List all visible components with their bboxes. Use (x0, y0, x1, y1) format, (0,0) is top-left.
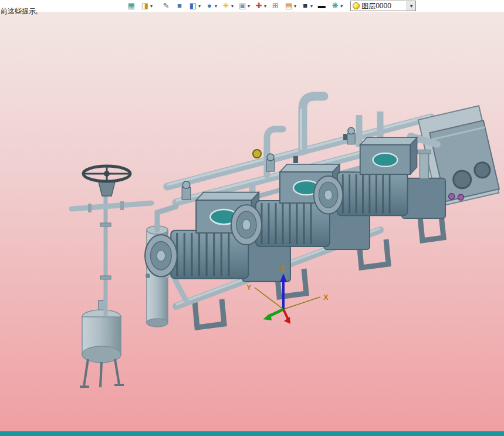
cad-application-window: ▦ ◨ ✎ ■ ◧ ● ✳ ▣ ✚ ⊞ ▤ ■ ▬ ❋ 图层0000 ▼ 前这些… (0, 0, 504, 436)
z-axis-label: Z (280, 265, 285, 273)
render-mode-icon: ◨ (140, 1, 150, 11)
pattern-tool-button[interactable]: ✳ (220, 0, 235, 12)
chevron-down-icon[interactable]: ▼ (407, 1, 415, 11)
line-width-icon: ▬ (317, 1, 326, 11)
layer-combobox[interactable]: 图层0000 ▼ (350, 1, 416, 11)
insert-block-tool-button[interactable]: ▣ (236, 0, 251, 12)
material-cylinder-icon: ■ (300, 1, 310, 11)
3d-model-scene: X Y Z (0, 0, 504, 436)
texture-tool-button[interactable]: ❋ (329, 0, 344, 12)
extrude-cube-icon: ◧ (188, 1, 198, 11)
texture-swirl-icon: ❋ (330, 1, 340, 11)
solid-box-tool-button[interactable]: ■ (174, 0, 185, 12)
section-plane-icon: ▤ (284, 1, 293, 11)
main-toolbar: ▦ ◨ ✎ ■ ◧ ● ✳ ▣ ✚ ⊞ ▤ ■ ▬ ❋ 图层0000 ▼ (0, 0, 504, 12)
data-grid-icon: ▦ (127, 1, 136, 11)
revolve-tool-button[interactable]: ● (204, 0, 218, 12)
y-axis-label: Y (246, 283, 252, 292)
view-window-tool-button[interactable]: ⊞ (269, 0, 281, 12)
bottom-status-strip (0, 431, 504, 436)
handwheel-valve (72, 166, 151, 316)
section-tool-button[interactable]: ▤ (283, 0, 297, 12)
sketch-tool-button[interactable]: ✎ (160, 0, 172, 12)
extrude-tool-button[interactable]: ◧ (187, 0, 202, 12)
small-valve (293, 156, 298, 163)
render-mode-tool-button[interactable]: ◨ (139, 0, 154, 12)
material-tool-button[interactable]: ■ (299, 0, 314, 12)
block-icon: ▣ (238, 1, 247, 11)
lightbulb-icon (353, 2, 360, 9)
pattern-wheel-icon: ✳ (221, 1, 231, 11)
x-axis-label: X (323, 293, 329, 302)
box-icon: ■ (175, 1, 184, 11)
data-grid-tool-button[interactable]: ▦ (126, 0, 137, 12)
line-width-tool-button[interactable]: ▬ (316, 0, 327, 12)
move-tool-button[interactable]: ✚ (253, 0, 268, 12)
layer-combobox-value: 图层0000 (361, 1, 407, 11)
move-cross-icon: ✚ (254, 1, 263, 11)
receiver-tank (80, 300, 124, 387)
sphere-icon: ● (205, 1, 214, 11)
valve-actuator (253, 150, 261, 158)
window-icon: ⊞ (270, 1, 280, 11)
hint-text: 前这些提示, (1, 6, 38, 16)
pencil-icon: ✎ (161, 1, 171, 11)
